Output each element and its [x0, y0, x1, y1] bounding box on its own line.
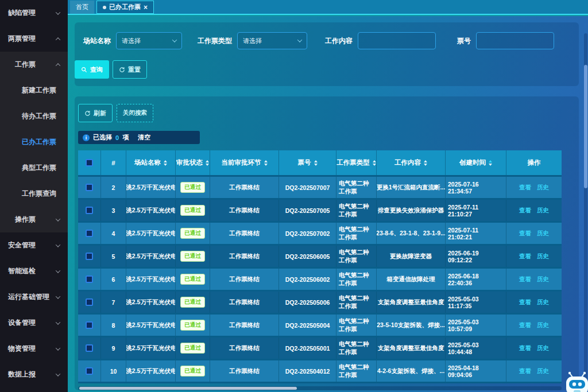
sidebar-item[interactable]: 已办工作票 — [0, 129, 68, 155]
row-type: 电气第二种工作票 — [336, 177, 377, 198]
view-link[interactable]: 查看 — [519, 321, 531, 329]
header-ticket[interactable]: 票号 — [279, 150, 336, 175]
sidebar-item[interactable]: 典型工作票 — [0, 155, 68, 181]
history-link[interactable]: 历史 — [537, 298, 549, 306]
view-link[interactable]: 查看 — [519, 253, 531, 261]
row-checkbox[interactable] — [86, 253, 93, 260]
chevron-icon — [56, 320, 60, 324]
row-checkbox[interactable] — [86, 184, 93, 191]
ticket-type-select[interactable]: 请选择 — [237, 32, 307, 49]
workspace: 场站名称 请选择 工作票类型 请选择 工作内容 票号 查询 重置 — [68, 16, 588, 392]
header-content[interactable]: 工作内容 — [377, 150, 446, 175]
sidebar-item[interactable]: 安全管理 — [0, 232, 68, 258]
sidebar-item[interactable]: 待办工作票 — [0, 103, 68, 129]
header-type[interactable]: 工作票类型 — [336, 150, 377, 175]
sort-icon[interactable] — [489, 160, 492, 166]
vertical-scrollbar-thumb[interactable] — [584, 65, 587, 188]
sort-icon[interactable] — [314, 160, 318, 166]
close-icon[interactable] — [144, 4, 148, 11]
view-link[interactable]: 查看 — [519, 367, 531, 375]
sort-icon[interactable] — [206, 160, 209, 166]
view-link[interactable]: 查看 — [519, 184, 531, 192]
sidebar-item[interactable]: 工作票查询 — [0, 181, 68, 207]
history-link[interactable]: 历史 — [537, 253, 549, 261]
header-type-label: 工作票类型 — [336, 158, 370, 167]
table-row: 7 临洮2.5万千瓦光伏电... 已通过 工作票终结 DQ2-202505006… — [78, 292, 562, 315]
row-content-text: 更换故障逆变器 — [390, 246, 432, 267]
row-checkbox[interactable] — [86, 367, 93, 375]
close-search-button[interactable]: 关闭搜索 — [117, 104, 153, 122]
sidebar-item[interactable]: 智能巡检 — [0, 258, 68, 284]
view-link[interactable]: 查看 — [519, 230, 531, 238]
sidebar-item[interactable]: 缺陷管理 — [0, 0, 68, 26]
view-link[interactable]: 查看 — [519, 298, 531, 306]
history-link[interactable]: 历史 — [537, 207, 549, 215]
history-link[interactable]: 历史 — [537, 230, 549, 238]
history-link[interactable]: 历史 — [537, 184, 549, 192]
tab-done-worktickets[interactable]: 已办工作票 — [96, 1, 154, 14]
header-status[interactable]: 审批状态 — [176, 150, 210, 175]
station-label: 场站名称 — [83, 36, 111, 46]
row-type: 电气第二种工作票 — [336, 246, 377, 267]
clear-selection-link[interactable]: 清空 — [138, 133, 150, 142]
work-content-input[interactable] — [358, 32, 436, 49]
query-button[interactable]: 查询 — [75, 60, 109, 79]
sort-icon[interactable] — [424, 160, 427, 166]
row-step: 工作票终结 — [210, 360, 279, 382]
history-link[interactable]: 历史 — [537, 344, 549, 352]
table-row: 2 临洮2.5万千瓦光伏电... 已通过 工作票终结 DQ2-202507007… — [78, 177, 562, 200]
station-select[interactable]: 请选择 — [116, 32, 182, 49]
header-content-label: 工作内容 — [394, 158, 421, 167]
row-step: 工作票终结 — [210, 246, 279, 267]
sidebar-item[interactable]: 物资管理 — [0, 336, 68, 362]
header-station[interactable]: 场站名称 — [126, 150, 176, 175]
robot-assistant-icon[interactable] — [564, 371, 588, 392]
sidebar-item[interactable]: 两票管理 — [0, 26, 68, 52]
horizontal-scrollbar-thumb[interactable] — [79, 387, 297, 390]
row-checkbox[interactable] — [86, 298, 93, 306]
vertical-scrollbar[interactable] — [584, 33, 587, 390]
history-link[interactable]: 历史 — [537, 275, 549, 284]
row-num: 9 — [101, 337, 126, 359]
history-link[interactable]: 历史 — [537, 367, 549, 375]
status-badge: 已通过 — [180, 228, 205, 239]
view-link[interactable]: 查看 — [519, 275, 531, 284]
row-created: 2025-05-03 10:44:48 — [446, 337, 506, 359]
sort-icon[interactable] — [373, 160, 376, 166]
view-link[interactable]: 查看 — [519, 344, 531, 352]
sidebar-item[interactable]: 运行基础管理 — [0, 284, 68, 310]
row-checkbox[interactable] — [86, 275, 93, 283]
row-station-text: 临洮2.5万千瓦光伏电... — [126, 200, 176, 221]
sort-icon[interactable] — [264, 160, 268, 166]
header-step[interactable]: 当前审批环节 — [210, 150, 279, 175]
row-checkbox[interactable] — [86, 321, 93, 329]
reset-button[interactable]: 重置 — [113, 60, 147, 79]
row-checkbox[interactable] — [86, 207, 93, 214]
sidebar-item[interactable]: 工作票 — [0, 52, 68, 77]
header-created[interactable]: 创建时间 — [446, 150, 506, 175]
ticket-no-input[interactable] — [476, 32, 554, 49]
horizontal-scrollbar[interactable] — [78, 386, 562, 390]
tab-home[interactable]: 首页 — [70, 1, 94, 14]
sidebar-item-label: 新建工作票 — [22, 86, 56, 95]
row-content: 更换故障逆变器 — [377, 246, 446, 267]
selected-unit: 项 — [122, 133, 129, 142]
row-num: 10 — [101, 360, 126, 382]
refresh-button[interactable]: 刷新 — [78, 104, 113, 122]
row-ticket: DQ2-202507005 — [279, 200, 336, 221]
sidebar-item[interactable]: 操作票 — [0, 207, 68, 232]
sort-icon[interactable] — [164, 160, 167, 166]
row-checkbox[interactable] — [86, 230, 93, 237]
row-checkbox[interactable] — [86, 344, 93, 352]
header-ticket-label: 票号 — [298, 158, 311, 167]
ticket-no-label: 票号 — [457, 36, 471, 46]
sidebar-item-label: 智能巡检 — [8, 266, 36, 276]
sidebar-item[interactable]: 数据上报 — [0, 362, 68, 387]
select-all-checkbox[interactable] — [86, 159, 93, 166]
sidebar-item[interactable]: 新建工作票 — [0, 77, 68, 103]
tab-home-label: 首页 — [76, 3, 88, 11]
history-link[interactable]: 历史 — [537, 321, 549, 329]
sidebar-item[interactable]: 设备管理 — [0, 310, 68, 336]
row-type: 电气第二种工作票 — [336, 337, 377, 359]
view-link[interactable]: 查看 — [519, 207, 531, 215]
